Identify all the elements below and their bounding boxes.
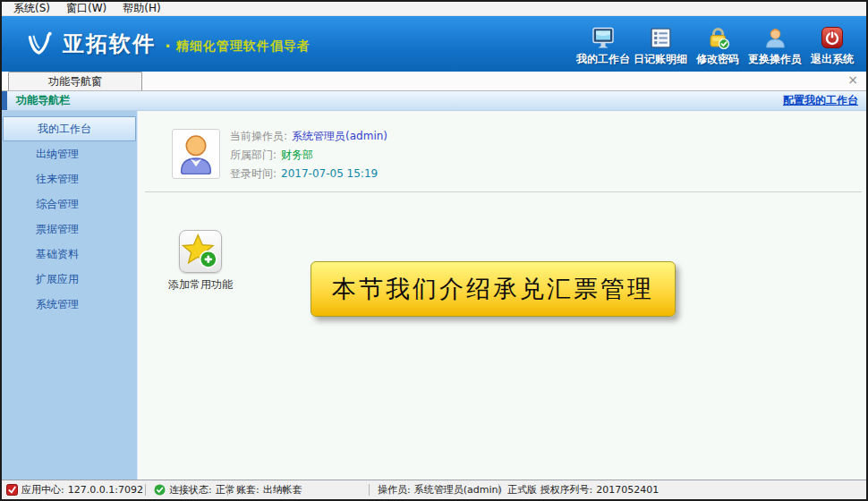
lesson-banner: 本节我们介绍承兑汇票管理	[311, 261, 676, 317]
profile-department-label: 所属部门:	[230, 149, 277, 161]
app-center-icon	[6, 484, 18, 496]
brand-name: 亚拓软件	[63, 30, 156, 58]
toolbar-switch-operator[interactable]: 更换操作员	[746, 23, 804, 70]
status-app-center: 应用中心: 127.0.0.1:7092	[2, 480, 145, 499]
monitor-icon	[591, 25, 615, 49]
green-check-icon	[154, 484, 166, 496]
profile-operator-row: 当前操作员:系统管理员(admin)	[230, 127, 387, 146]
function-nav-bar: 功能导航栏 配置我的工作台	[2, 91, 866, 111]
nav-accent-bar	[2, 91, 7, 110]
toolbar-exit-system[interactable]: 退出系统	[804, 23, 861, 70]
sidebar-item-cashier-mgmt[interactable]: 出纳管理	[2, 141, 137, 166]
profile-info: 当前操作员:系统管理员(admin) 所属部门:财务部 登录时间:2017-07…	[230, 127, 387, 183]
power-icon	[821, 25, 844, 49]
profile-operator-value: 系统管理员(admin)	[292, 130, 387, 142]
add-favorite-button[interactable]	[179, 230, 222, 273]
status-label: 连接状态:	[169, 483, 212, 497]
sidebar: 我的工作台 出纳管理 往来管理 综合管理 票据管理 基础资料 扩展应用 系统管理	[2, 111, 138, 480]
toolbar-label: 更换操作员	[748, 52, 802, 67]
toolbar-label: 我的工作台	[576, 52, 630, 67]
sidebar-item-system-mgmt[interactable]: 系统管理	[2, 292, 137, 317]
status-license: 正式版 授权序列号: 2017052401	[498, 480, 659, 499]
nav-title: 功能导航栏	[16, 93, 70, 108]
status-label: 正式版 授权序列号:	[507, 483, 592, 497]
menu-system[interactable]: 系统(S)	[5, 2, 58, 15]
body: 我的工作台 出纳管理 往来管理 综合管理 票据管理 基础资料 扩展应用 系统管理…	[2, 111, 866, 480]
toolbar-change-password[interactable]: 修改密码	[689, 23, 746, 70]
profile-operator-label: 当前操作员:	[230, 130, 287, 142]
brand-logo-icon	[25, 30, 54, 57]
status-label: 账套:	[236, 483, 260, 497]
divider	[145, 191, 862, 192]
profile-department-row: 所属部门:财务部	[230, 146, 387, 165]
menu-window[interactable]: 窗口(W)	[58, 2, 115, 15]
ledger-icon	[650, 25, 672, 49]
status-value: 2017052401	[596, 484, 659, 496]
header-toolbar: 我的工作台 日记账明细	[574, 23, 861, 70]
lock-icon	[706, 25, 730, 49]
toolbar-my-workbench[interactable]: 我的工作台	[574, 23, 632, 70]
add-favorite-label: 添加常用功能	[167, 277, 234, 293]
status-bar: 应用中心: 127.0.0.1:7092 连接状态: 正常 账套: 出纳帐套 操…	[2, 480, 866, 499]
status-operator: 操作员: 系统管理员(admin)	[369, 480, 498, 499]
avatar	[172, 129, 220, 179]
tab-function-navigator[interactable]: 功能导航窗	[8, 72, 142, 90]
sidebar-item-comprehensive-mgmt[interactable]: 综合管理	[2, 191, 137, 217]
configure-workbench-link[interactable]: 配置我的工作台	[783, 93, 858, 108]
status-label: 应用中心:	[21, 483, 64, 497]
toolbar-label: 日记账明细	[634, 52, 687, 67]
sidebar-item-my-workbench[interactable]: 我的工作台	[3, 116, 136, 141]
toolbar-label: 退出系统	[811, 52, 854, 67]
status-value: 127.0.0.1:7092	[68, 484, 143, 496]
app-header: 亚拓软件 · 精细化管理软件倡导者 我的工作台	[2, 16, 866, 72]
close-icon[interactable]: ×	[847, 73, 858, 86]
profile-department-value: 财务部	[281, 149, 313, 161]
profile-login-time-value: 2017-07-05 15:19	[281, 167, 378, 180]
profile-login-time-label: 登录时间:	[230, 167, 277, 180]
sidebar-item-contacts-mgmt[interactable]: 往来管理	[2, 166, 137, 191]
sidebar-item-bill-mgmt[interactable]: 票据管理	[2, 217, 137, 242]
star-plus-icon	[180, 231, 221, 272]
add-favorite-function: 添加常用功能	[167, 230, 234, 293]
menu-bar: 系统(S) 窗口(W) 帮助(H)	[2, 2, 866, 16]
status-connection: 连接状态: 正常	[145, 480, 227, 499]
lesson-banner-text: 本节我们介绍承兑汇票管理	[332, 273, 654, 305]
toolbar-label: 修改密码	[696, 52, 739, 67]
toolbar-journal-detail[interactable]: 日记账明细	[632, 23, 689, 70]
profile-login-time-row: 登录时间:2017-07-05 15:19	[230, 165, 387, 183]
brand-slogan: 精细化管理软件倡导者	[176, 38, 311, 55]
tab-strip: 功能导航窗 ×	[2, 72, 866, 91]
main-panel: 当前操作员:系统管理员(admin) 所属部门:财务部 登录时间:2017-07…	[138, 111, 866, 480]
brand-separator: ·	[165, 37, 171, 55]
operator-icon	[763, 25, 787, 49]
status-account-set: 账套: 出纳帐套	[227, 480, 369, 499]
brand: 亚拓软件 · 精细化管理软件倡导者	[25, 16, 311, 72]
menu-help[interactable]: 帮助(H)	[115, 2, 168, 15]
sidebar-item-basic-data[interactable]: 基础资料	[2, 242, 137, 267]
status-value: 系统管理员(admin)	[414, 483, 502, 497]
app-window: 系统(S) 窗口(W) 帮助(H) 亚拓软件 · 精细化管理软件倡导者	[0, 0, 868, 501]
sidebar-item-extended-apps[interactable]: 扩展应用	[2, 267, 137, 292]
status-value: 出纳帐套	[263, 483, 302, 497]
status-label: 操作员:	[378, 483, 411, 497]
